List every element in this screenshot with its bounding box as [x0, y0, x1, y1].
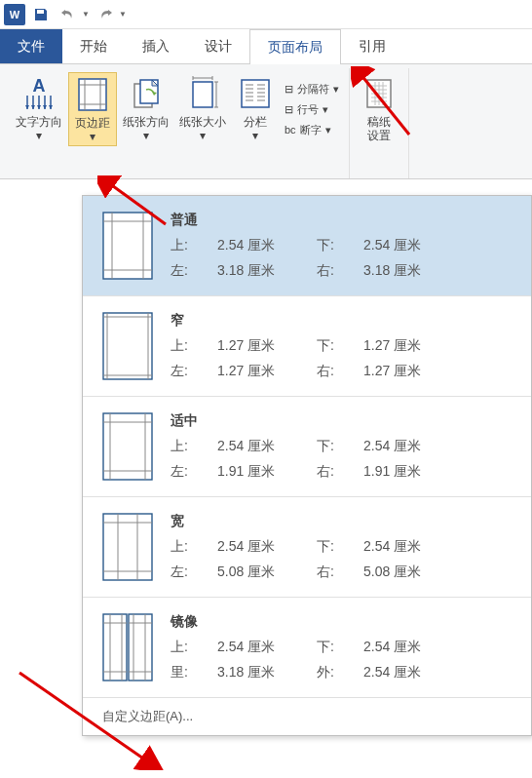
margin-label-left: 里:	[171, 664, 206, 681]
svg-rect-67	[129, 614, 152, 681]
margin-label-right: 右:	[317, 463, 352, 481]
margin-val-right: 5.08 厘米	[363, 564, 451, 581]
breaks-icon: ⊟	[285, 83, 293, 96]
margin-val-right: 1.91 厘米	[363, 463, 451, 481]
svg-rect-11	[79, 79, 106, 110]
margin-preview-icon	[102, 513, 153, 581]
margin-val-bottom: 2.54 厘米	[363, 639, 451, 656]
margin-label-right: 右:	[317, 363, 352, 380]
hyphenation-button[interactable]: bc断字 ▾	[281, 121, 343, 139]
tab-home[interactable]: 开始	[62, 29, 125, 63]
margin-label-bottom: 下:	[317, 337, 352, 355]
text-direction-button[interactable]: A 文字方向▾	[12, 72, 66, 146]
manuscript-icon	[360, 74, 399, 113]
redo-button[interactable]	[94, 3, 117, 26]
undo-button[interactable]	[57, 3, 80, 26]
svg-rect-46	[103, 213, 152, 279]
custom-margins-button[interactable]: 自定义边距(A)...	[83, 697, 531, 735]
margin-option-values: 上:2.54 厘米 下:2.54 厘米 左:5.08 厘米 右:5.08 厘米	[171, 538, 512, 581]
orientation-button[interactable]: 纸张方向▾	[119, 72, 173, 146]
text-direction-label: 文字方向	[16, 115, 62, 129]
tab-file[interactable]: 文件	[0, 29, 62, 63]
margin-preset-4[interactable]: 镜像 上:2.54 厘米 下:2.54 厘米 里:3.18 厘米 外:2.54 …	[83, 598, 531, 697]
redo-icon	[97, 7, 113, 22]
margin-option-values: 上:2.54 厘米 下:2.54 厘米 里:3.18 厘米 外:2.54 厘米	[171, 639, 512, 681]
line-numbers-label: 行号	[297, 102, 319, 117]
qat-customize-caret-icon[interactable]: ▼	[119, 10, 127, 19]
margin-label-top: 上:	[171, 237, 206, 254]
margin-label-right: 外:	[317, 664, 352, 681]
margin-val-top: 2.54 厘米	[217, 639, 305, 656]
svg-marker-9	[43, 105, 47, 109]
undo-icon	[60, 7, 76, 22]
margin-option-title: 普通	[171, 212, 512, 229]
margin-val-top: 2.54 厘米	[217, 538, 305, 556]
tab-layout[interactable]: 页面布局	[249, 29, 341, 64]
svg-rect-51	[103, 313, 152, 379]
ribbon-group-manuscript: 稿纸设置	[349, 68, 409, 178]
tab-design[interactable]: 设计	[187, 29, 249, 63]
orientation-icon	[127, 74, 166, 113]
margin-val-top: 2.54 厘米	[217, 438, 305, 455]
margin-preset-2[interactable]: 适中 上:2.54 厘米 下:2.54 厘米 左:1.91 厘米 右:1.91 …	[83, 397, 531, 496]
manuscript-settings-label: 设置	[367, 129, 391, 142]
columns-button[interactable]: 分栏▾	[232, 72, 279, 146]
margin-option-details: 镜像 上:2.54 厘米 下:2.54 厘米 里:3.18 厘米 外:2.54 …	[171, 613, 512, 681]
margin-option-details: 普通 上:2.54 厘米 下:2.54 厘米 左:3.18 厘米 右:3.18 …	[171, 212, 512, 280]
size-icon	[183, 74, 222, 113]
margin-label-bottom: 下:	[317, 438, 352, 455]
margins-icon	[73, 75, 112, 114]
margin-label-right: 右:	[317, 262, 352, 280]
svg-marker-6	[25, 105, 29, 109]
breaks-button[interactable]: ⊟分隔符 ▾	[281, 80, 343, 98]
svg-marker-8	[37, 105, 41, 109]
svg-rect-19	[193, 82, 212, 107]
margin-label-bottom: 下:	[317, 538, 352, 556]
hyphenation-label: 断字	[300, 123, 322, 137]
margin-label-left: 左:	[171, 564, 206, 581]
margin-label-right: 右:	[317, 564, 352, 581]
margin-preset-3[interactable]: 宽 上:2.54 厘米 下:2.54 厘米 左:5.08 厘米 右:5.08 厘…	[83, 497, 531, 597]
margin-preset-0[interactable]: 普通 上:2.54 厘米 下:2.54 厘米 左:3.18 厘米 右:3.18 …	[83, 196, 531, 295]
line-numbers-button[interactable]: ⊟行号 ▾	[281, 100, 343, 119]
svg-text:A: A	[33, 76, 46, 96]
margin-val-top: 2.54 厘米	[217, 237, 305, 254]
margin-val-top: 1.27 厘米	[217, 337, 305, 355]
margin-option-details: 宽 上:2.54 厘米 下:2.54 厘米 左:5.08 厘米 右:5.08 厘…	[171, 513, 512, 581]
margin-option-details: 适中 上:2.54 厘米 下:2.54 厘米 左:1.91 厘米 右:1.91 …	[171, 412, 512, 481]
margin-preset-1[interactable]: 窄 上:1.27 厘米 下:1.27 厘米 左:1.27 厘米 右:1.27 厘…	[83, 296, 531, 396]
save-button[interactable]	[29, 3, 53, 26]
manuscript-label: 稿纸	[367, 115, 391, 129]
margin-val-bottom: 2.54 厘米	[363, 438, 451, 455]
margin-label-left: 左:	[171, 262, 206, 280]
svg-rect-61	[103, 514, 152, 580]
margin-option-title: 窄	[171, 312, 512, 330]
manuscript-button[interactable]: 稿纸设置	[356, 72, 402, 144]
tab-references[interactable]: 引用	[341, 29, 403, 63]
margin-val-bottom: 2.54 厘米	[363, 237, 451, 254]
size-button[interactable]: 纸张大小▾	[175, 72, 230, 146]
margins-button[interactable]: 页边距▾	[68, 72, 117, 146]
margin-val-bottom: 2.54 厘米	[363, 538, 451, 556]
breaks-label: 分隔符	[297, 82, 329, 97]
margin-label-left: 左:	[171, 363, 206, 380]
hyphenation-icon: bc	[285, 124, 296, 136]
undo-caret-icon[interactable]: ▼	[82, 10, 90, 19]
ribbon-group-page-setup: A 文字方向▾ 页边距▾ 纸张方向▾ 纸张大小▾	[6, 68, 349, 178]
margin-val-right: 1.27 厘米	[363, 363, 451, 380]
tab-insert[interactable]: 插入	[125, 29, 187, 63]
margin-option-values: 上:1.27 厘米 下:1.27 厘米 左:1.27 厘米 右:1.27 厘米	[171, 337, 512, 380]
margin-option-details: 窄 上:1.27 厘米 下:1.27 厘米 左:1.27 厘米 右:1.27 厘…	[171, 312, 512, 380]
svg-marker-7	[31, 105, 35, 109]
margin-option-title: 镜像	[171, 613, 512, 631]
margin-preview-icon	[102, 312, 153, 380]
ribbon-small-group: ⊟分隔符 ▾ ⊟行号 ▾ bc断字 ▾	[281, 72, 343, 146]
margin-option-title: 宽	[171, 513, 512, 530]
margin-preview-icon	[102, 613, 153, 681]
save-icon	[33, 7, 49, 22]
size-label: 纸张大小	[179, 115, 226, 129]
ribbon: A 文字方向▾ 页边距▾ 纸张方向▾ 纸张大小▾	[0, 64, 532, 179]
margin-val-right: 3.18 厘米	[363, 262, 451, 280]
margin-label-bottom: 下:	[317, 237, 352, 254]
svg-rect-66	[103, 614, 127, 681]
